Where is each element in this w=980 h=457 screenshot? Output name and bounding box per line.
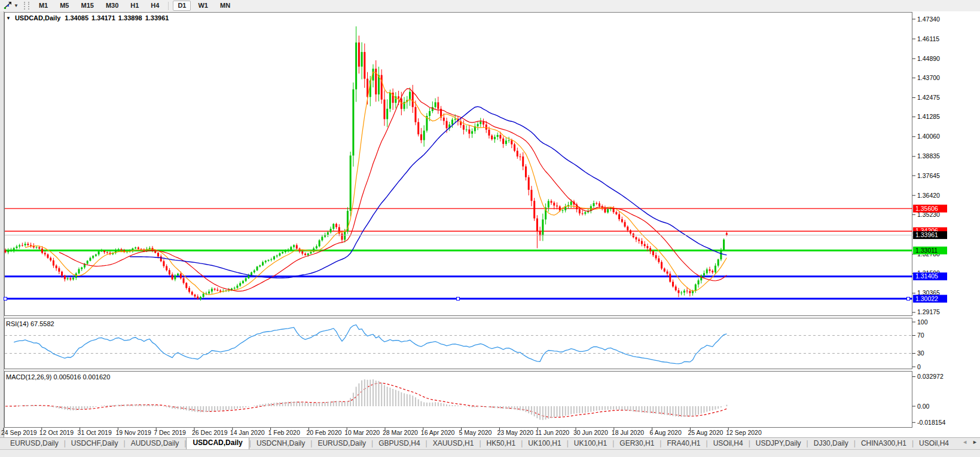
tab-eurusd-daily[interactable]: EURUSD,Daily	[5, 438, 64, 449]
svg-text:1.37645: 1.37645	[917, 172, 940, 179]
tab-usdchf-daily[interactable]: USDCHF,Daily	[66, 438, 124, 449]
svg-text:1.41285: 1.41285	[917, 113, 940, 120]
ohlc-close: 1.33961	[145, 14, 169, 22]
svg-text:25 Aug 2020: 25 Aug 2020	[688, 429, 723, 436]
chart-menu-caret-icon[interactable]: ▼	[6, 16, 11, 21]
tab-usoil-h4[interactable]: USOil,H4	[914, 438, 954, 449]
chart-tabs-bar: EURUSD,Daily|USDCHF,Daily|AUDUSD,Daily|U…	[0, 437, 980, 449]
svg-text:10 Mar 2020: 10 Mar 2020	[344, 429, 380, 436]
svg-text:11 Jun 2020: 11 Jun 2020	[535, 429, 569, 436]
svg-text:1 Feb 2020: 1 Feb 2020	[268, 429, 300, 436]
tab-dj30-daily[interactable]: DJ30,Daily	[808, 438, 854, 449]
svg-text:0.032972: 0.032972	[917, 373, 944, 380]
svg-text:1.29175: 1.29175	[917, 308, 940, 315]
svg-text:30: 30	[917, 349, 924, 357]
svg-text:20 Feb 2020: 20 Feb 2020	[306, 429, 341, 436]
svg-text:1.35606: 1.35606	[915, 205, 938, 212]
svg-text:1.47340: 1.47340	[917, 16, 940, 23]
tab-xauusd-h1[interactable]: XAUUSD,H1	[428, 438, 480, 449]
svg-text:30 Jun 2020: 30 Jun 2020	[573, 429, 608, 436]
svg-text:14 Jan 2020: 14 Jan 2020	[230, 429, 265, 436]
svg-text:26 Dec 2019: 26 Dec 2019	[192, 429, 228, 436]
svg-text:12 Oct 2019: 12 Oct 2019	[39, 429, 74, 436]
svg-text:12 Sep 2020: 12 Sep 2020	[726, 429, 762, 436]
svg-text:1.33961: 1.33961	[915, 231, 938, 238]
svg-text:31 Oct 2019: 31 Oct 2019	[78, 429, 112, 436]
ohlc-open: 1.34085	[65, 14, 88, 22]
svg-text:1.44890: 1.44890	[917, 55, 940, 62]
svg-text:1.33011: 1.33011	[915, 247, 938, 254]
svg-text:28 Mar 2020: 28 Mar 2020	[383, 429, 418, 436]
status-strip	[0, 449, 980, 457]
tab-gbpusd-h4[interactable]: GBPUSD,H4	[373, 438, 425, 449]
tab-hk50-h1[interactable]: HK50,H1	[481, 438, 521, 449]
svg-text:1.30022: 1.30022	[915, 295, 938, 302]
macd-indicator-label: MACD(12,26,9) 0.005016 0.001620	[6, 373, 110, 381]
svg-text:70: 70	[917, 332, 924, 339]
svg-text:1.42475: 1.42475	[917, 94, 940, 101]
tabs-scroll-right-icon[interactable]: ►	[972, 439, 978, 445]
svg-text:0.00: 0.00	[917, 403, 930, 410]
tab-usdcad-daily[interactable]: USDCAD,Daily	[186, 437, 249, 449]
svg-text:1.46115: 1.46115	[917, 35, 939, 42]
tab-uk100-h1[interactable]: UK100,H1	[569, 438, 612, 449]
tab-fra40-h1[interactable]: FRA40,H1	[661, 438, 706, 449]
tab-audusd-daily[interactable]: AUDUSD,Daily	[126, 438, 185, 449]
tab-usdjpy-daily[interactable]: USDJPY,Daily	[750, 438, 807, 449]
svg-text:1.40060: 1.40060	[917, 133, 940, 140]
tab-usdcnh-daily[interactable]: USDCNH,Daily	[251, 438, 310, 449]
tab-scroll-arrows: ◄ ►	[962, 439, 978, 445]
svg-text:19 Nov 2019: 19 Nov 2019	[115, 429, 151, 436]
svg-text:0: 0	[917, 363, 921, 370]
svg-text:7 Dec 2019: 7 Dec 2019	[154, 429, 186, 436]
svg-text:-0.018154: -0.018154	[917, 419, 945, 426]
svg-text:100: 100	[917, 318, 928, 326]
svg-text:23 May 2020: 23 May 2020	[497, 429, 533, 436]
chart-canvas[interactable]: 1.473401.461151.448901.437001.424751.412…	[0, 0, 980, 437]
tabs-scroll-left-icon[interactable]: ◄	[962, 439, 967, 445]
rsi-indicator-label: RSI(14) 67.5582	[6, 320, 54, 327]
tab-china300-h1[interactable]: CHINA300,H1	[856, 438, 912, 449]
mt4-window: ▼ M1M5M15M30H1H4D1W1MN 1.473401.461151.4…	[0, 0, 980, 457]
ohlc-high: 1.34171	[91, 14, 115, 22]
ohlc-low: 1.33898	[118, 14, 142, 22]
svg-text:5 May 2020: 5 May 2020	[459, 429, 492, 436]
svg-text:1.31405: 1.31405	[915, 272, 938, 280]
chart-title: ▼ USDCAD,Daily 1.34085 1.34171 1.33898 1…	[6, 14, 169, 22]
svg-text:6 Aug 2020: 6 Aug 2020	[650, 429, 682, 436]
svg-text:24 Sep 2019: 24 Sep 2019	[1, 429, 37, 436]
tab-eurusd-daily[interactable]: EURUSD,Daily	[312, 438, 371, 449]
svg-text:1.36420: 1.36420	[917, 192, 940, 199]
svg-text:1.43700: 1.43700	[917, 74, 940, 81]
svg-text:1.38835: 1.38835	[917, 152, 940, 160]
svg-text:18 Jul 2020: 18 Jul 2020	[612, 429, 644, 436]
tab-uk100-h1[interactable]: UK100,H1	[523, 438, 566, 449]
chart-symbol-label: USDCAD,Daily	[15, 14, 60, 22]
svg-text:16 Apr 2020: 16 Apr 2020	[421, 429, 455, 436]
tab-usoil-h4[interactable]: USOil,H4	[708, 438, 749, 449]
tab-ger30-h1[interactable]: GER30,H1	[614, 438, 660, 449]
